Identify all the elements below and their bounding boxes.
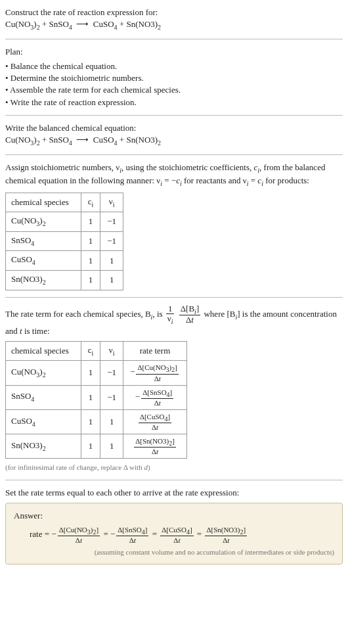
- table-cell: 1: [100, 251, 123, 271]
- stoich-table: chemical speciesciνiCu(NO3)21−1SnSO41−1C…: [5, 193, 123, 290]
- rate-expression: rate = −Δ[Cu(NO3)2]Δt = −Δ[SnSO4]Δt = Δ[…: [30, 526, 334, 544]
- table-cell: 1: [81, 271, 100, 290]
- plan-header: Plan:: [5, 46, 343, 58]
- table-cell: Sn(NO3)2: [6, 271, 81, 290]
- table-cell: −Δ[Cu(NO3)2]Δt: [123, 361, 187, 385]
- table-cell: SnSO4: [6, 231, 81, 251]
- table-header: ci: [81, 193, 100, 212]
- table-header: chemical species: [6, 193, 81, 212]
- balanced-header: Write the balanced chemical equation:: [5, 122, 343, 134]
- table-cell: SnSO4: [6, 385, 81, 409]
- rate-term-table: chemical speciesciνirate termCu(NO3)21−1…: [5, 341, 187, 459]
- table-cell: 1: [81, 409, 100, 434]
- table-cell: Δ[CuSO4]Δt: [123, 409, 187, 434]
- table-row: Cu(NO3)21−1: [6, 212, 123, 232]
- table-row: Sn(NO3)211Δ[Sn(NO3)2]Δt: [6, 434, 187, 459]
- table-header: νi: [100, 193, 123, 212]
- table-header: chemical species: [6, 341, 81, 361]
- table-header: ci: [81, 341, 100, 361]
- table-header: rate term: [123, 341, 187, 361]
- table-cell: 1: [81, 251, 100, 271]
- table-row: SnSO41−1: [6, 231, 123, 251]
- table-cell: Cu(NO3)2: [6, 361, 81, 385]
- table-row: SnSO41−1−Δ[SnSO4]Δt: [6, 385, 187, 409]
- equation-initial: Cu(NO3)2 + SnSO4 ⟶ CuSO4 + Sn(NO3)2: [5, 18, 343, 32]
- divider: [5, 115, 343, 116]
- table-header: νi: [100, 341, 123, 361]
- prompt-title: Construct the rate of reaction expressio…: [5, 7, 343, 18]
- assumption-note: (assuming constant volume and no accumul…: [14, 547, 334, 557]
- table-cell: 1: [81, 212, 100, 232]
- table-cell: −1: [100, 361, 123, 385]
- rate-term-fraction-dB: Δ[Bi]Δt: [179, 304, 201, 325]
- table-cell: −Δ[SnSO4]Δt: [123, 385, 187, 409]
- table-cell: 1: [100, 434, 123, 459]
- table-cell: −1: [100, 385, 123, 409]
- stoich-intro: Assign stoichiometric numbers, νi, using…: [5, 162, 343, 189]
- final-header: Set the rate terms equal to each other t…: [5, 487, 343, 499]
- answer-box: Answer: rate = −Δ[Cu(NO3)2]Δt = −Δ[SnSO4…: [5, 503, 343, 564]
- table-row: CuSO411: [6, 251, 123, 271]
- table-cell: CuSO4: [6, 251, 81, 271]
- rate-term-fraction-1v: 1νi: [166, 304, 175, 325]
- table-cell: 1: [100, 409, 123, 434]
- table-cell: Δ[Sn(NO3)2]Δt: [123, 434, 187, 459]
- plan-item: Write the rate of reaction expression.: [5, 97, 343, 108]
- divider: [5, 297, 343, 298]
- answer-label: Answer:: [14, 510, 334, 522]
- table-cell: CuSO4: [6, 409, 81, 434]
- table-cell: −1: [100, 212, 123, 232]
- plan-item: Assemble the rate term for each chemical…: [5, 84, 343, 96]
- divider: [5, 39, 343, 39]
- table-cell: 1: [100, 271, 123, 290]
- table-row: CuSO411Δ[CuSO4]Δt: [6, 409, 187, 434]
- table-row: Sn(NO3)211: [6, 271, 123, 290]
- table-cell: Sn(NO3)2: [6, 434, 81, 459]
- plan-item: Balance the chemical equation.: [5, 60, 343, 72]
- table-cell: 1: [81, 385, 100, 409]
- table-cell: 1: [81, 434, 100, 459]
- table-cell: 1: [81, 231, 100, 251]
- table-cell: 1: [81, 361, 100, 385]
- equation-balanced: Cu(NO3)2 + SnSO4 ⟶ CuSO4 + Sn(NO3)2: [5, 134, 343, 148]
- plan-list: Balance the chemical equation.Determine …: [5, 60, 343, 108]
- divider: [5, 480, 343, 480]
- plan-item: Determine the stoichiometric numbers.: [5, 72, 343, 84]
- divider: [5, 154, 343, 155]
- infinitesimal-note: (for infinitesimal rate of change, repla…: [5, 463, 343, 472]
- table-cell: Cu(NO3)2: [6, 212, 81, 232]
- table-cell: −1: [100, 231, 123, 251]
- rate-term-intro: The rate term for each chemical species,…: [5, 304, 343, 337]
- table-row: Cu(NO3)21−1−Δ[Cu(NO3)2]Δt: [6, 361, 187, 385]
